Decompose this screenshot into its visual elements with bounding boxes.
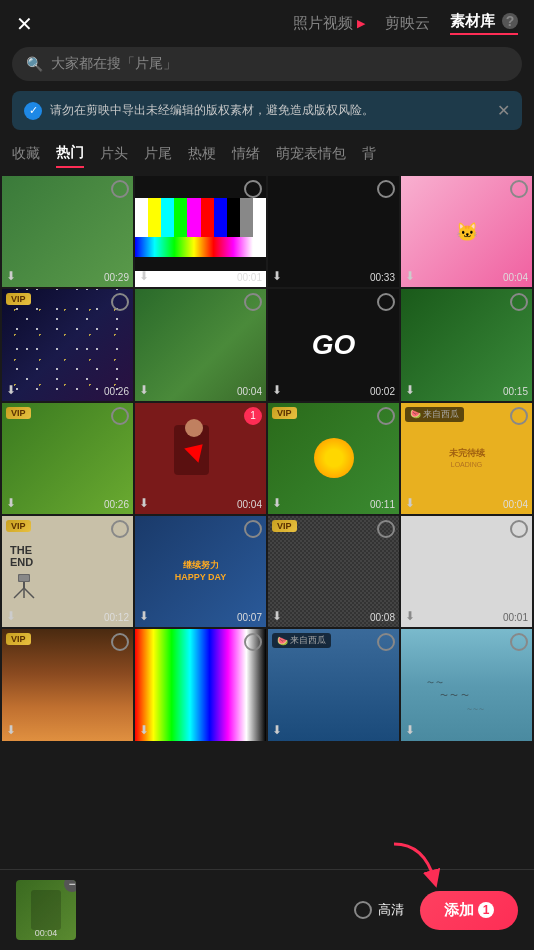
grid-item-6[interactable]: ⬇ 00:04: [135, 289, 266, 400]
duration-3: 00:33: [370, 272, 395, 283]
download-icon-6: ⬇: [139, 383, 149, 397]
arrow-indicator: [384, 834, 444, 898]
vip-badge-15: VIP: [272, 520, 297, 532]
duration-14: 00:07: [237, 612, 262, 623]
grid-item-3[interactable]: ⬇ 00:33: [268, 176, 399, 287]
download-icon-17: ⬇: [6, 723, 16, 737]
grid-item-20[interactable]: 〜 〜 〜 〜 〜 〜 〜 〜 ⬇: [401, 629, 532, 740]
duration-8: 00:15: [503, 386, 528, 397]
play-icon: ▶: [357, 17, 365, 30]
selected-thumbnail: − 00:04: [16, 880, 76, 940]
duration-10: 00:04: [237, 499, 262, 510]
cat-bg[interactable]: 背: [362, 145, 376, 167]
download-icon-18: ⬇: [139, 723, 149, 737]
vip-badge-17: VIP: [6, 633, 31, 645]
vip-badge-11: VIP: [272, 407, 297, 419]
select-circle-1[interactable]: [111, 180, 129, 198]
source-badge-12: 🍉 来自西瓜: [405, 407, 464, 422]
source-icon-12: 🍉: [410, 409, 421, 419]
cat-mood[interactable]: 情绪: [232, 145, 260, 167]
duration-15: 00:08: [370, 612, 395, 623]
duration-6: 00:04: [237, 386, 262, 397]
select-circle-4[interactable]: [510, 180, 528, 198]
select-circle-15[interactable]: [377, 520, 395, 538]
download-icon-8: ⬇: [405, 383, 415, 397]
select-circle-7[interactable]: [377, 293, 395, 311]
download-icon-13: ⬇: [6, 609, 16, 623]
grid-item-1[interactable]: ⬇ 00:29: [2, 176, 133, 287]
grid-item-7[interactable]: GO ⬇ 00:02: [268, 289, 399, 400]
go-text: GO: [312, 329, 356, 361]
duration-7: 00:02: [370, 386, 395, 397]
download-icon-15: ⬇: [272, 609, 282, 623]
grid-item-12[interactable]: 未完待续 LOADING 🍉 来自西瓜 ⬇ 00:04: [401, 403, 532, 514]
svg-text:〜 〜: 〜 〜: [427, 679, 443, 686]
download-icon-19: ⬇: [272, 723, 282, 737]
download-icon-9: ⬇: [6, 496, 16, 510]
cat-meme[interactable]: 热梗: [188, 145, 216, 167]
vip-badge-9: VIP: [6, 407, 31, 419]
cat-hot[interactable]: 热门: [56, 144, 84, 168]
cat-collect[interactable]: 收藏: [12, 145, 40, 167]
tab-library[interactable]: 素材库 ?: [450, 12, 518, 35]
duration-2: 00:01: [237, 272, 262, 283]
selected-duration: 00:04: [35, 928, 58, 938]
notice-left: ✓ 请勿在剪映中导出未经编辑的版权素材，避免造成版权风险。: [24, 102, 489, 120]
hd-circle: [354, 901, 372, 919]
search-placeholder: 大家都在搜「片尾」: [51, 55, 177, 73]
grid-item-9[interactable]: VIP ⬇ 00:26: [2, 403, 133, 514]
notice-banner: ✓ 请勿在剪映中导出未经编辑的版权素材，避免造成版权风险。 ✕: [12, 91, 522, 130]
cat-pet[interactable]: 萌宠表情包: [276, 145, 346, 167]
grid-item-17[interactable]: VIP ⬇: [2, 629, 133, 740]
tab-library-label: 素材库: [450, 12, 495, 29]
select-circle-9[interactable]: [111, 407, 129, 425]
notice-close-button[interactable]: ✕: [497, 101, 510, 120]
grid-item-2[interactable]: ⬇ 00:01: [135, 176, 266, 287]
download-icon-10: ⬇: [139, 496, 149, 510]
select-circle-12[interactable]: [510, 407, 528, 425]
grid-item-10[interactable]: ⬇ 00:04 1: [135, 403, 266, 514]
tab-photos[interactable]: 照片视频 ▶: [293, 14, 365, 33]
select-circle-10[interactable]: 1: [244, 407, 262, 425]
select-circle-2[interactable]: [244, 180, 262, 198]
duration-13: 00:12: [104, 612, 129, 623]
grid-item-4[interactable]: 🐱 ⬇ 00:04: [401, 176, 532, 287]
select-circle-13[interactable]: [111, 520, 129, 538]
add-button-icon: 1: [478, 902, 494, 918]
cat-intro[interactable]: 片头: [100, 145, 128, 167]
grid-item-15[interactable]: VIP ⬇ 00:08: [268, 516, 399, 627]
select-circle-16[interactable]: [510, 520, 528, 538]
download-icon-7: ⬇: [272, 383, 282, 397]
download-icon-2: ⬇: [139, 269, 149, 283]
grid-item-11[interactable]: VIP ⬇ 00:11: [268, 403, 399, 514]
grid-item-8[interactable]: ⬇ 00:15: [401, 289, 532, 400]
help-icon[interactable]: ?: [502, 13, 518, 29]
select-circle-11[interactable]: [377, 407, 395, 425]
grid-item-14[interactable]: 继续努力HAPPY DAY ⬇ 00:07: [135, 516, 266, 627]
tab-cloud[interactable]: 剪映云: [385, 14, 430, 33]
select-circle-3[interactable]: [377, 180, 395, 198]
download-icon-11: ⬇: [272, 496, 282, 510]
grid-item-13[interactable]: THEEND VIP ⬇ 00:12: [2, 516, 133, 627]
grid-item-5[interactable]: VIP ⬇ 00:26: [2, 289, 133, 400]
search-bar[interactable]: 🔍 大家都在搜「片尾」: [12, 47, 522, 81]
grid-item-19[interactable]: 🍉 来自西瓜 ⬇: [268, 629, 399, 740]
add-button-label: 添加: [444, 901, 474, 920]
download-icon-3: ⬇: [272, 269, 282, 283]
bottom-right: 高清 添加 1: [76, 891, 518, 930]
download-icon-1: ⬇: [6, 269, 16, 283]
grid-item-16[interactable]: ⬇ 00:01: [401, 516, 532, 627]
hd-option[interactable]: 高清: [354, 901, 404, 919]
select-circle-14[interactable]: [244, 520, 262, 538]
svg-line-1: [14, 588, 24, 598]
search-icon: 🔍: [26, 56, 43, 72]
download-icon-20: ⬇: [405, 723, 415, 737]
close-button[interactable]: ✕: [16, 14, 33, 34]
svg-rect-5: [19, 575, 29, 581]
cat-outro[interactable]: 片尾: [144, 145, 172, 167]
category-tabs: 收藏 热门 片头 片尾 热梗 情绪 萌宠表情包 背: [0, 140, 534, 176]
header: ✕ 照片视频 ▶ 剪映云 素材库 ?: [0, 0, 534, 47]
duration-1: 00:29: [104, 272, 129, 283]
grid-item-18[interactable]: ⬇: [135, 629, 266, 740]
source-text-19: 来自西瓜: [290, 634, 326, 647]
